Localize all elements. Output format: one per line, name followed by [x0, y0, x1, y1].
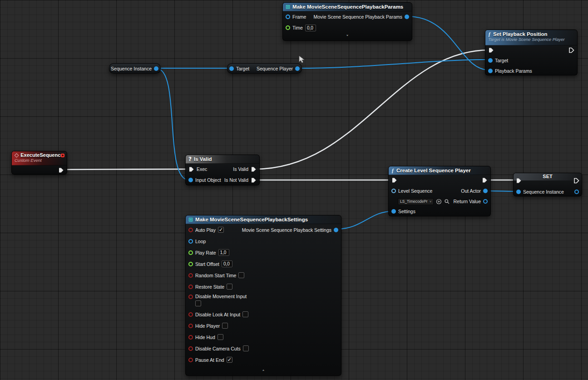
exec-out-pin[interactable] [568, 47, 574, 53]
pin-start-offset-in[interactable] [188, 262, 193, 266]
node-set-playback-position[interactable]: ƒ Set Playback Position Target is Movie … [485, 30, 578, 75]
pin-disable-look-at-input-in[interactable] [188, 312, 193, 317]
pin-settings-in[interactable] [391, 209, 396, 214]
pin-sequence-instance-in[interactable] [516, 190, 521, 194]
hide-hud-checkbox[interactable] [217, 334, 223, 340]
pin-disable-look-at-input-label: Disable Look At Input [195, 312, 240, 317]
node-header[interactable]: ? Is Valid [186, 155, 259, 164]
exec-out-pin[interactable] [573, 178, 579, 184]
blueprint-graph-canvas[interactable]: ⊞ Make MovieSceneSequencePlaybackParams … [0, 0, 588, 380]
pin-playback-params-in[interactable] [488, 69, 493, 73]
node-make-movie-scene-sequence-playback-settings[interactable]: ⊞ Make MovieSceneSequencePlaybackSetting… [185, 215, 341, 376]
start-offset-input[interactable] [222, 260, 232, 267]
pin-restore-state-in[interactable] [188, 285, 193, 289]
pin-sequence-instance-out[interactable] [574, 190, 579, 194]
pin-return-value-out[interactable] [483, 199, 488, 204]
pin-loop-label: Loop [195, 239, 206, 244]
expand-advanced-chevron-icon[interactable]: ˅ [283, 35, 412, 40]
pin-playback-params-out[interactable] [405, 15, 409, 19]
auto-play-checkbox[interactable] [218, 227, 224, 233]
asset-name: LS_TimecodePr [400, 199, 428, 204]
exec-out-pin[interactable] [482, 177, 488, 183]
exec-in-pin[interactable] [391, 177, 397, 183]
pin-disable-camera-cuts-label: Disable Camera Cuts [195, 346, 241, 351]
node-is-valid[interactable]: ? Is Valid Exec Is Valid Input Object Is… [185, 155, 260, 185]
variable-label: Sequence Instance [111, 66, 152, 71]
pin-random-start-time-label: Random Start Time [195, 273, 236, 278]
node-set-sequence-instance[interactable]: SET Sequence Instance [513, 173, 582, 196]
node-create-level-sequence-player[interactable]: ƒ Create Level Sequence Player Level Seq… [388, 166, 491, 216]
node-header[interactable]: ⊞ Make MovieSceneSequencePlaybackParams [283, 3, 412, 11]
pin-target-in[interactable] [488, 58, 493, 63]
random-start-time-checkbox[interactable] [238, 272, 244, 278]
pin-target-in[interactable] [229, 66, 234, 71]
exec-in-pin[interactable] [516, 178, 522, 184]
hide-player-checkbox[interactable] [222, 323, 228, 329]
wire-exec-event-to-isvalid[interactable] [62, 169, 190, 170]
node-title: Is Valid [194, 156, 212, 162]
pin-pause-at-end-in[interactable] [188, 358, 193, 362]
wire-data-sequenceinstance-to-inputobject[interactable] [157, 69, 189, 180]
node-make-movie-scene-sequence-playback-params[interactable]: ⊞ Make MovieSceneSequencePlaybackParams … [282, 2, 412, 41]
wire-data-sequenceplayer-to-setplayback-target[interactable] [297, 60, 489, 68]
node-header[interactable]: ƒ Set Playback Position Target is Movie … [485, 30, 577, 45]
disable-camera-cuts-checkbox[interactable] [243, 345, 249, 351]
pin-target-label: Target [495, 58, 508, 63]
node-header[interactable]: ⊞ Make MovieSceneSequencePlaybackSetting… [186, 215, 341, 224]
pin-time-in[interactable] [286, 25, 290, 30]
pin-disable-movement-input-label: Disable Movement Input [195, 294, 247, 299]
pin-play-rate-in[interactable] [188, 250, 193, 255]
pin-input-object-in[interactable] [188, 178, 193, 182]
pin-sequence-player-out[interactable] [295, 66, 300, 71]
level-sequence-asset-dropdown[interactable]: LS_TimecodePr ˅ [398, 198, 434, 205]
exec-out-pin[interactable] [58, 167, 64, 173]
disable-movement-input-checkbox[interactable] [195, 300, 201, 306]
pin-loop-in[interactable] [188, 239, 193, 244]
play-rate-input[interactable] [218, 249, 229, 256]
exec-is-valid-out-pin[interactable] [251, 166, 257, 172]
pin-sequence-instance-out[interactable] [154, 66, 158, 71]
node-title: Make MovieSceneSequencePlaybackParams [292, 4, 403, 10]
node-get-sequence-player[interactable]: Target Sequence Player [227, 63, 302, 74]
pin-hide-hud-in[interactable] [188, 335, 193, 340]
node-subtitle: Custom Event [15, 158, 42, 163]
restore-state-checkbox[interactable] [227, 284, 232, 290]
wire-data-outactor-to-set-input[interactable] [487, 191, 517, 191]
dropdown-arrow-icon: ˅ [430, 200, 432, 204]
exec-is-not-valid-out-pin[interactable] [251, 177, 257, 183]
pin-disable-movement-input-in[interactable] [188, 295, 193, 299]
time-value-input[interactable] [305, 25, 316, 31]
pin-settings-out-label: Movie Scene Sequence Playback Settings [242, 227, 331, 233]
pin-auto-play-in[interactable] [188, 228, 193, 232]
pin-level-sequence-in[interactable] [391, 189, 396, 193]
pin-frame-in[interactable] [286, 15, 290, 19]
disable-look-at-input-checkbox[interactable] [242, 311, 248, 317]
pin-hide-player-in[interactable] [188, 324, 193, 328]
exec-in-pin[interactable] [488, 47, 494, 53]
pin-out-actor-out[interactable] [483, 189, 488, 193]
pin-out-actor-label: Out Actor [461, 188, 481, 194]
pin-return-value-label: Return Value [453, 199, 481, 204]
browse-asset-icon[interactable] [444, 199, 450, 205]
pin-disable-camera-cuts-in[interactable] [188, 346, 193, 351]
pause-at-end-checkbox[interactable] [227, 357, 232, 363]
node-header[interactable]: SET [514, 173, 582, 180]
collapse-advanced-chevron-icon[interactable]: ˄ [186, 370, 341, 375]
wire-data-settings-to-createplayer[interactable] [336, 211, 392, 229]
mouse-cursor-icon [298, 55, 305, 64]
node-header[interactable]: ƒ Create Level Sequence Player [389, 166, 490, 175]
function-icon: ƒ [391, 168, 394, 173]
pin-is-valid-label: Is Valid [233, 166, 248, 172]
node-subtitle: Target is Movie Scene Sequence Player [488, 37, 565, 42]
node-get-sequence-instance[interactable]: Sequence Instance [109, 63, 161, 74]
exec-in-pin[interactable] [188, 166, 194, 172]
pin-input-object-label: Input Object [195, 177, 221, 183]
pin-pause-at-end-label: Pause At End [195, 357, 224, 363]
wire-data-params-to-playbackparams[interactable] [407, 16, 489, 70]
pin-random-start-time-in[interactable] [188, 273, 193, 278]
node-execute-sequence-event[interactable]: ◇ ExecuteSequence Custom Event [11, 151, 67, 175]
make-struct-icon: ⊞ [188, 217, 193, 222]
use-selected-asset-icon[interactable] [436, 199, 442, 205]
node-header[interactable]: ◇ ExecuteSequence Custom Event [12, 151, 67, 165]
pin-settings-out[interactable] [334, 228, 338, 232]
